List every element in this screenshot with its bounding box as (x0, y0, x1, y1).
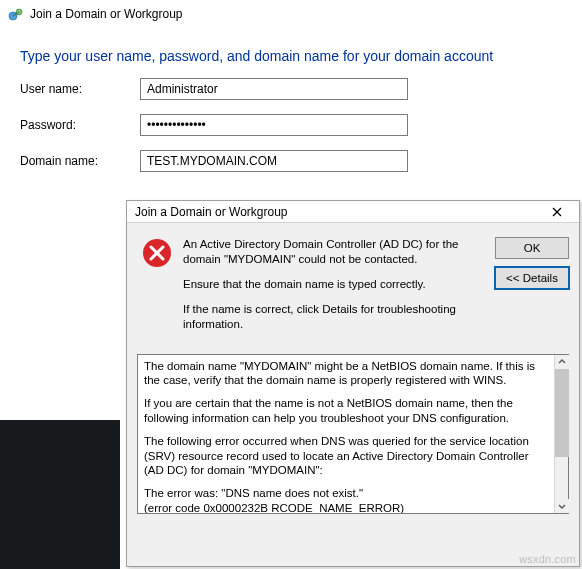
scrollbar[interactable] (554, 355, 568, 513)
scroll-up-button[interactable] (555, 355, 569, 369)
details-p2: If you are certain that the name is not … (144, 396, 548, 425)
main-window: Join a Domain or Workgroup Type your use… (0, 0, 582, 569)
details-button[interactable]: << Details (495, 267, 569, 289)
error-dialog: Join a Domain or Workgroup An Active Dir… (126, 200, 580, 567)
window-title: Join a Domain or Workgroup (30, 7, 183, 21)
dialog-title: Join a Domain or Workgroup (135, 205, 288, 219)
titlebar: Join a Domain or Workgroup (0, 0, 582, 28)
dialog-message-line1: An Active Directory Domain Controller (A… (183, 237, 491, 267)
domain-name-label: Domain name: (20, 154, 140, 168)
chevron-up-icon (558, 358, 566, 366)
scroll-down-button[interactable] (555, 499, 569, 513)
close-button[interactable] (539, 202, 575, 222)
credentials-form: User name: Password: Domain name: (0, 78, 582, 172)
details-textarea[interactable]: The domain name "MYDOMAIN" might be a Ne… (137, 354, 569, 514)
details-content: The domain name "MYDOMAIN" might be a Ne… (138, 355, 554, 513)
scroll-thumb[interactable] (555, 369, 569, 457)
details-p4: The error was: "DNS name does not exist.… (144, 486, 548, 500)
domain-name-row: Domain name: (20, 150, 562, 172)
background-band (0, 420, 120, 569)
domain-name-input[interactable] (140, 150, 408, 172)
dialog-message-line2: Ensure that the domain name is typed cor… (183, 277, 491, 292)
user-name-label: User name: (20, 82, 140, 96)
close-icon (552, 207, 562, 217)
details-p3: The following error occurred when DNS wa… (144, 434, 548, 477)
user-name-input[interactable] (140, 78, 408, 100)
watermark: wsxdn.com (519, 553, 576, 565)
dialog-message: An Active Directory Domain Controller (A… (183, 237, 495, 342)
page-heading: Type your user name, password, and domai… (0, 28, 582, 78)
password-row: Password: (20, 114, 562, 136)
error-icon (141, 237, 173, 269)
dialog-message-line3: If the name is correct, click Details fo… (183, 302, 491, 332)
dialog-buttons: OK << Details (495, 237, 569, 342)
dialog-titlebar: Join a Domain or Workgroup (127, 201, 579, 223)
ok-button[interactable]: OK (495, 237, 569, 259)
details-p1: The domain name "MYDOMAIN" might be a Ne… (144, 359, 548, 388)
chevron-down-icon (558, 502, 566, 510)
password-input[interactable] (140, 114, 408, 136)
dialog-body: An Active Directory Domain Controller (A… (127, 223, 579, 354)
password-label: Password: (20, 118, 140, 132)
network-icon (8, 6, 24, 22)
details-p5: (error code 0x0000232B RCODE_NAME_ERROR) (144, 501, 548, 513)
user-name-row: User name: (20, 78, 562, 100)
